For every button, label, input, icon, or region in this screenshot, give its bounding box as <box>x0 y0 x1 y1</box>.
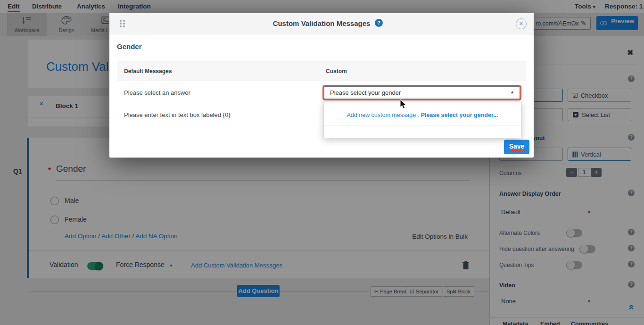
caret-up-icon[interactable]: ▲ <box>510 90 514 94</box>
divider <box>324 125 521 125</box>
save-button-red-underline <box>509 150 524 152</box>
default-message-row1: Please select an answer <box>124 89 190 96</box>
save-button[interactable]: Save <box>504 140 529 154</box>
modal-question-title: Gender <box>117 42 142 50</box>
custom-message-input-row1[interactable]: Please select your gender ▲ <box>322 85 521 100</box>
col-header-default-messages: Default Messages <box>124 68 172 75</box>
custom-validation-messages-modal: Custom Validation Messages ? × Gender De… <box>109 13 534 158</box>
col-header-custom: Custom <box>326 68 347 75</box>
add-new-custom-message-link[interactable]: Add new custom message : Please select y… <box>324 112 521 118</box>
modal-title: Custom Validation Messages <box>109 19 534 27</box>
custom-message-value: Please select your gender <box>330 89 401 96</box>
default-message-row2: Please enter text in text box labeled {0… <box>124 111 231 118</box>
modal-help-icon[interactable]: ? <box>375 19 383 27</box>
app-root: Edit Distribute Analytics Integration To… <box>0 0 644 325</box>
mouse-cursor <box>400 99 407 109</box>
modal-table-header: Default Messages Custom <box>117 61 526 81</box>
modal-header: Custom Validation Messages ? × <box>109 13 534 34</box>
custom-message-dropdown-panel: Add new custom message : Please select y… <box>323 101 521 138</box>
modal-close-icon[interactable]: × <box>516 18 527 29</box>
